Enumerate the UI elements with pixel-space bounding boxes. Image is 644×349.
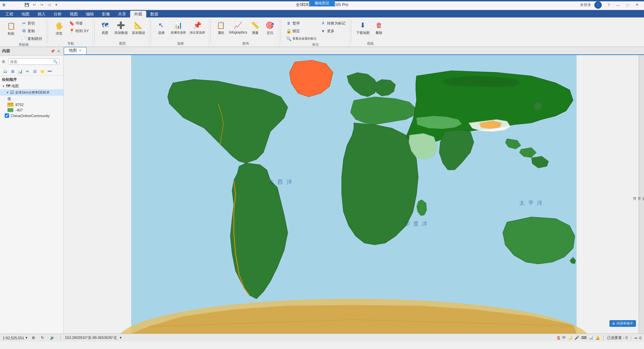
color-swatch-min [7,108,13,112]
pin-button[interactable]: 📌 [50,49,55,54]
paste-button[interactable]: 📋 粘贴 [3,19,19,38]
minimize-button[interactable]: — [614,2,623,8]
tree-item-map[interactable]: ▼ 🗺 地图 [0,83,63,89]
dropdown-button[interactable]: ▾ [53,2,60,8]
selection-label: 选择 [177,41,184,47]
sync-button[interactable]: ↻ [39,335,46,341]
draw-icon[interactable]: ✏ [24,68,31,75]
attribute-button[interactable]: 📋 属性 [214,19,228,36]
user-label: 未登录 [580,2,591,7]
back-button[interactable]: ◁ [46,2,52,8]
help-button[interactable]: ? [604,2,613,8]
tab-insert[interactable]: 插入 [34,11,50,17]
status-bar: 1:92,525,551 ▾ ⊞ ↻ 🔊 153.2803910°东 89.06… [0,334,644,342]
lock-label-button[interactable]: 🔒 锁定 [284,27,318,35]
legend-item-max: 8752 [0,102,63,107]
redo-button[interactable]: ↪ [38,2,45,8]
tab-appearance[interactable]: 外观 [130,11,146,17]
status-icon-5: 🔔 [595,336,600,340]
tab-map[interactable]: 地图 [17,11,34,17]
tab-imagery[interactable]: 影像 [98,11,114,17]
cut-button[interactable]: ✂ 剪切 [19,19,44,27]
star-icon[interactable]: ⭐ [39,68,46,75]
infographics-button[interactable]: 📈 Infographics [229,19,248,35]
layer-icon[interactable]: 🗂 [2,68,9,75]
sidebar-close-button[interactable]: ✕ [56,49,61,54]
coordinates-display: 153.2803910°东 89.0653635°北 [65,335,117,340]
ribbon-tab-bar: 工程 地图 插入 分析 视图 编辑 影像 共享 外观 数据 栅格图层 [0,10,644,17]
undo-button[interactable]: ↩ [31,2,38,8]
download-icon: ⬇ [358,20,368,31]
basemap-button[interactable]: 🗺 底图 [98,19,112,36]
add-preset-icon: 📐 [133,20,144,31]
delete-button[interactable]: 🗑 删除 [372,19,386,36]
tab-share[interactable]: 共享 [114,11,130,17]
table-icon[interactable]: ⊞ [9,68,16,75]
watermark-logo: ⚙ [612,322,615,326]
measure-button[interactable]: 📏 测量 [248,19,262,36]
close-button[interactable]: ✕ [633,2,641,8]
tab-edit[interactable]: 编辑 [82,11,98,17]
select-location-icon: 📌 [192,20,203,31]
map-canvas[interactable]: 太 西 洋 印 度 洋 太 平 洋 内容管理 ⚙ 内容审核中 [64,55,644,334]
audio-button[interactable]: 🔊 [48,335,56,341]
label-pacific: 太 平 洋 [519,200,543,206]
fit-extent-button[interactable]: ⊞ [30,335,37,341]
copy-button[interactable]: ⧉ 复制 [19,27,44,35]
select-by-location-button[interactable]: 📌 按位置选择 [188,19,207,36]
map-tab-bar: 地图 ✕ [64,47,644,55]
coord-dropdown[interactable]: ▾ [120,336,122,340]
world-map-svg: 太 西 洋 印 度 洋 太 平 洋 [64,55,644,334]
layer-china-online[interactable]: ChinaOnlineCommunity [0,113,63,118]
save-button[interactable]: 💾 [23,2,30,8]
copy-icon: ⧉ [21,28,26,34]
group-icon[interactable]: ⊟ [32,68,38,75]
tab-data[interactable]: 数据 [146,11,162,17]
scale-dropdown[interactable]: ▾ [25,336,28,340]
navigation-label: 导航 [67,41,74,47]
browse-button[interactable]: 🖐 浏览 [51,19,67,38]
scale-control[interactable]: 1:92,525,551 ▾ [3,336,28,340]
tab-analysis[interactable]: 分析 [50,11,66,17]
show-unplaced-button[interactable]: 🔍 查看未放置的标注 [284,35,318,42]
convert-annotation-button[interactable]: Ａ 转换为标记 [319,19,347,27]
tree-item-dem[interactable]: ▼ ☑ 全球1km分辨率DEM.tif [0,89,63,96]
status-separator-2 [603,336,604,340]
locate-button[interactable]: 🎯 定位 [263,19,277,36]
maximize-button[interactable]: □ [623,2,632,8]
offline-label: 底线 [367,41,374,47]
copy-path-button[interactable]: 📄 复制路径 [19,35,44,42]
layer-checkbox[interactable] [5,113,9,118]
more-icon: ▾ [321,28,326,34]
status-separator-1 [60,336,61,340]
map-tab-close[interactable]: ✕ [79,49,82,52]
select-button[interactable]: ↖ 选择 [154,19,168,36]
convert-icon: Ａ [321,20,326,26]
right-panel[interactable]: 内容管理 [639,55,644,334]
goto-xy-button[interactable]: 📍 转到 XY [67,27,91,35]
bookmark-button[interactable]: 🔖 书签 [67,19,91,27]
ribbon-group-query: 📋 属性 📈 Infographics 📏 测量 🎯 定位 查询 [212,18,279,47]
sidebar-search-input[interactable] [10,60,53,64]
more-label-button[interactable]: ▾ 更多 [319,27,347,35]
map-tab-main[interactable]: 地图 ✕ [64,47,87,54]
infographics-icon: 📈 [233,20,244,31]
content-section-label: 绘制顺序 [0,76,63,83]
tab-view[interactable]: 视图 [66,11,82,17]
status-icon-2: 🎤 [575,336,579,340]
more-options-icon[interactable]: ••• [46,68,53,75]
watermark-badge: ⚙ 内容审核中 [609,320,636,327]
pause-icon: ⏸ [286,20,291,26]
pause-label-button[interactable]: ⏸ 暂停 [284,19,318,27]
watermark-text: 内容审核中 [616,321,633,326]
chart-icon[interactable]: 📊 [17,68,23,75]
progress-value: 0 [639,336,641,340]
download-map-button[interactable]: ⬇ 下载地图 [355,19,371,36]
delete-icon: 🗑 [374,20,384,31]
tab-project[interactable]: 工程 [1,11,17,17]
ribbon-group-offline: ⬇ 下载地图 🗑 删除 底线 [353,18,388,47]
user-avatar[interactable]: 👤 [594,1,602,9]
add-data-button[interactable]: ➕ 添加数据 [113,19,129,36]
add-preset-button[interactable]: 📐 添加预设 [130,19,147,36]
select-by-attr-button[interactable]: 📊 按属性选择 [169,19,187,36]
